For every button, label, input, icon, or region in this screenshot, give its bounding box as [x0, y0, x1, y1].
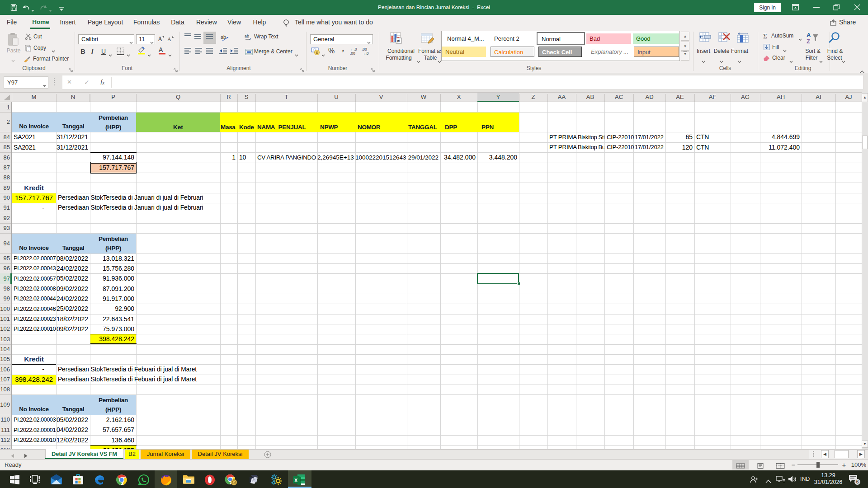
svg-text:$: $ — [316, 51, 318, 55]
svg-text:A: A — [159, 46, 163, 53]
svg-text:A: A — [167, 36, 171, 42]
svg-text:Σ: Σ — [763, 33, 767, 39]
svg-text:A: A — [158, 36, 163, 42]
svg-text:A: A — [807, 32, 811, 38]
svg-text:.00: .00 — [350, 51, 355, 55]
svg-text:ab: ab — [245, 34, 249, 38]
svg-text:X: X — [294, 478, 298, 483]
svg-text:Z: Z — [807, 38, 810, 45]
svg-text:≠: ≠ — [397, 38, 400, 43]
svg-text:→.0: →.0 — [362, 51, 369, 55]
